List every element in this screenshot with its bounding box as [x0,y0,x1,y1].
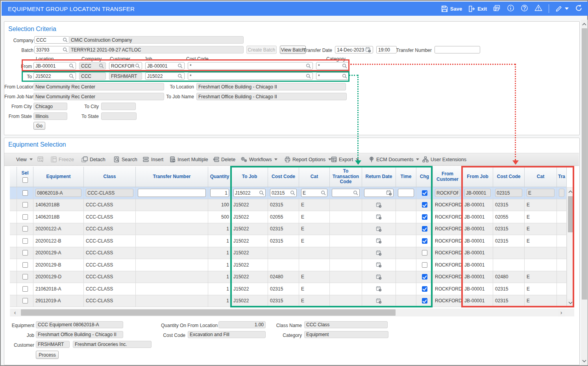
exit-button[interactable]: Exit [468,6,487,12]
cell-to_cost_code[interactable]: 02315 [268,295,299,307]
cell-to_cat[interactable]: E [299,295,330,307]
toolbar-insert-button[interactable]: Insert [143,153,163,166]
cell-return_date[interactable] [362,295,396,307]
cell-chg[interactable] [416,283,433,295]
create-batch-button[interactable]: Create Batch [246,46,277,54]
column-header-tra[interactable]: Tra [557,167,567,187]
to-cost-code-input[interactable]: * [188,72,313,80]
toolbar-export-button[interactable]: Export [331,153,359,166]
table-row[interactable]: 20200122-BCCC-CLASS1J1502202315EROCKFORD… [10,235,567,247]
cell-time[interactable] [396,295,416,307]
table-row[interactable]: 29112019-ACCC-CLASS1J1502202315EROCKFORD… [10,295,567,307]
cell-to_transaction_code[interactable] [330,259,362,271]
cell-equipment[interactable]: 29112019-A [33,295,84,307]
table-vertical-scrollbar[interactable] [567,187,574,307]
cell-chg[interactable] [416,247,433,259]
cell-tra[interactable] [557,247,567,259]
cell-from_customer[interactable]: ROCKFORD [433,271,462,283]
cell-quantity[interactable]: 1 [208,247,231,259]
reports-icon[interactable] [493,5,501,13]
cell-quantity[interactable]: 1 [208,259,231,271]
scroll-left-icon[interactable]: ‹ [11,309,18,316]
cell-quantity[interactable]: 1 [208,271,231,283]
cell-to_transaction_code[interactable] [330,223,362,235]
cell-to_cat[interactable] [299,247,330,259]
cell-from_cost_code[interactable]: 02315 [493,235,525,247]
cell-class[interactable]: CCC-CLASS [84,187,136,199]
cell-input-to_job[interactable]: J15022 [233,189,266,197]
cell-time[interactable] [396,211,416,223]
cell-input-tra[interactable] [559,189,564,197]
chg-checkbox[interactable] [422,214,427,220]
cell-to_cost_code[interactable]: 02315 [268,187,299,199]
cell-equipment[interactable]: 08062018-A [33,187,84,199]
cell-quantity[interactable]: 100 [208,199,231,212]
chg-checkbox[interactable] [422,286,427,292]
cell-to_job[interactable]: J15022 [231,295,268,307]
select-all-checkbox[interactable] [22,177,28,183]
scroll-down-icon[interactable] [567,299,574,307]
cell-to_transaction_code[interactable] [330,211,362,223]
cell-to_transaction_code[interactable] [330,235,362,247]
warning-icon[interactable] [534,4,542,13]
from-location-input[interactable]: JB-00001 [33,62,76,70]
page-vertical-scrollbar[interactable] [581,20,588,365]
chg-checkbox[interactable] [422,238,427,244]
cell-input-from_customer[interactable]: ROCKFORD [435,189,460,197]
batch-input[interactable]: 33793 [34,46,70,53]
cell-sel[interactable] [17,187,33,199]
cell-time[interactable] [396,187,416,199]
to-category-input[interactable]: * [316,72,349,80]
column-header-equipment[interactable]: Equipment [33,167,84,187]
cell-from_job[interactable]: JB-00001 [462,295,493,307]
cell-equipment[interactable]: 20200129-D [33,271,84,283]
cell-from_customer[interactable]: ROCKFORD [433,187,462,199]
toolbar-freeze-button[interactable]: Freeze [51,153,74,166]
cell-transfer_number[interactable] [136,211,208,223]
cell-to_cat[interactable]: E [299,235,330,247]
column-header-class[interactable]: Class [84,167,136,187]
cell-quantity[interactable]: 1 [208,283,231,295]
cell-to_transaction_code[interactable] [330,295,362,307]
column-header-from_cost_code[interactable]: Cost Code [493,167,525,187]
cell-time[interactable] [396,271,416,283]
cell-class[interactable]: CCC-CLASS [84,199,136,212]
cell-to_cat[interactable]: E [299,283,330,295]
cell-time[interactable] [396,223,416,235]
cell-time[interactable] [396,235,416,247]
from-category-input[interactable]: * [316,62,349,70]
cell-to_job[interactable]: J15022 [231,283,268,295]
cell-input-quantity[interactable]: 1 [210,189,229,197]
chg-checkbox[interactable] [422,226,427,232]
cell-return_date[interactable] [362,199,396,212]
row-select-checkbox[interactable] [22,202,28,208]
cell-from_customer[interactable]: ROCKFORD [433,247,462,259]
cell-sel[interactable] [17,247,33,259]
cell-sel[interactable] [17,283,33,295]
cell-return_date[interactable] [362,283,396,295]
cell-tra[interactable] [557,187,567,199]
chg-checkbox[interactable] [422,250,427,256]
cell-return_date[interactable] [362,223,396,235]
cell-tra[interactable] [557,295,567,307]
cell-sel[interactable] [17,235,33,247]
table-row[interactable]: 21062018-ACCC-CLASS1J1502202315EROCKFORD… [10,283,567,295]
cell-input-time[interactable] [398,189,414,197]
cell-from_customer[interactable]: ROCKFORD [433,211,462,223]
cell-sel[interactable] [17,223,33,235]
cell-to_job[interactable]: J15022 [231,247,268,259]
cell-from_customer[interactable]: ROCKFORD [433,259,462,271]
from-cost-code-input[interactable]: * [188,62,313,70]
cell-to_transaction_code[interactable] [330,247,362,259]
cell-from_cat[interactable]: E [525,211,557,223]
cell-input-equipment[interactable]: 08062018-A [35,189,81,197]
cell-quantity[interactable]: 1 [208,295,231,307]
cell-input-transfer_number[interactable] [138,189,206,197]
cell-to_job[interactable]: J15022 [231,259,268,271]
cell-to_cost_code[interactable]: 02315 [268,223,299,235]
cell-from_cost_code[interactable] [493,247,525,259]
column-header-sel[interactable]: Sel [17,167,33,187]
cell-to_transaction_code[interactable] [330,271,362,283]
cell-to_job[interactable]: J15022 [231,199,268,212]
cell-transfer_number[interactable] [136,199,208,212]
